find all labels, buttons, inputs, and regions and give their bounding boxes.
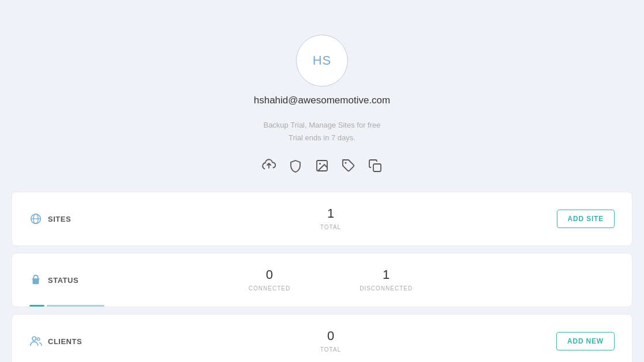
svg-point-2: [345, 162, 347, 164]
disconnected-label: DISCONNECTED: [360, 285, 413, 292]
clients-total-count: 0: [320, 329, 341, 344]
svg-point-8: [32, 337, 36, 340]
status-card: STATUS 0 CONNECTED 1 DISCONNECTED: [12, 253, 632, 307]
clients-action: ADD NEW: [540, 332, 615, 350]
globe-icon: [29, 212, 42, 225]
avatar: HS: [296, 35, 348, 87]
sites-label: SITES: [48, 215, 71, 223]
svg-point-9: [37, 338, 40, 341]
page-container: HS hshahid@awesomemotive.com Backup Tria…: [12, 12, 632, 362]
copy-icon[interactable]: [366, 157, 384, 174]
status-label: STATUS: [48, 276, 78, 285]
cloud-upload-icon[interactable]: [260, 157, 278, 174]
add-site-button[interactable]: ADD SITE: [557, 210, 615, 228]
clients-label-group: CLIENTS: [29, 335, 122, 348]
underline-light: [47, 305, 104, 307]
avatar-initials: HS: [313, 53, 332, 68]
clients-stats: 0 TOTAL: [122, 329, 540, 354]
sites-card: SITES 1 TOTAL ADD SITE: [12, 192, 632, 246]
clients-total-stat: 0 TOTAL: [320, 329, 341, 354]
sites-total-label: TOTAL: [320, 224, 341, 230]
trial-line2: Trial ends in 7 days.: [263, 132, 380, 144]
plug-icon: [29, 274, 42, 286]
user-email: hshahid@awesomemotive.com: [254, 95, 390, 106]
feature-icons-row: [260, 157, 384, 174]
trial-info: Backup Trial, Manage Sites for free Tria…: [263, 119, 380, 144]
clients-icon: [29, 335, 42, 348]
status-label-group: STATUS: [29, 274, 122, 286]
sites-total-count: 1: [320, 206, 341, 221]
tag-icon[interactable]: [340, 157, 357, 174]
clients-total-label: TOTAL: [320, 346, 341, 353]
sites-action: ADD SITE: [540, 210, 615, 228]
sites-total-stat: 1 TOTAL: [320, 206, 341, 232]
clients-card: CLIENTS 0 TOTAL ADD NEW: [12, 314, 632, 362]
profile-section: HS hshahid@awesomemotive.com Backup Tria…: [12, 23, 632, 192]
underline-dark: [29, 305, 44, 307]
connected-stat: 0 CONNECTED: [249, 267, 290, 293]
disconnected-count: 1: [360, 267, 413, 282]
disconnected-stat: 1 DISCONNECTED: [360, 267, 413, 293]
add-new-button[interactable]: ADD NEW: [556, 332, 615, 350]
status-stats: 0 CONNECTED 1 DISCONNECTED: [122, 267, 540, 293]
trial-line1: Backup Trial, Manage Sites for free: [263, 119, 380, 132]
sites-stats: 1 TOTAL: [122, 206, 540, 232]
shield-icon[interactable]: [287, 157, 304, 174]
svg-point-1: [319, 163, 321, 165]
sites-label-group: SITES: [29, 212, 122, 225]
clients-label: CLIENTS: [48, 337, 82, 346]
connected-count: 0: [249, 267, 290, 282]
status-underline-bars: [29, 305, 104, 307]
svg-rect-3: [373, 164, 381, 171]
connected-label: CONNECTED: [249, 285, 290, 292]
image-icon[interactable]: [313, 157, 331, 174]
